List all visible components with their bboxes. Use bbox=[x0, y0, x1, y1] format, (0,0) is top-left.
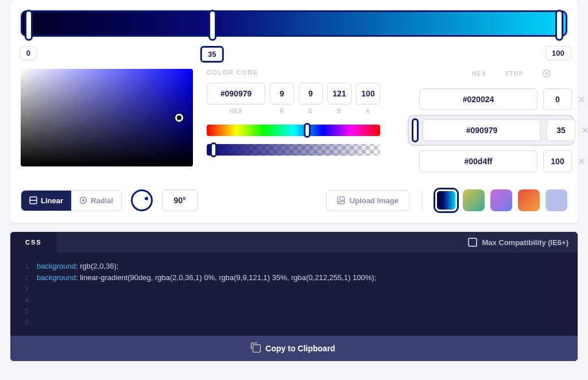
copy-to-clipboard-button[interactable]: Copy to Clipboard bbox=[10, 336, 578, 361]
g-input[interactable] bbox=[299, 83, 323, 104]
stops-stop-label: STOP bbox=[505, 71, 524, 77]
preset-2[interactable] bbox=[490, 189, 512, 211]
color-input-panel: COLOR CODE HEX R G B A bbox=[207, 69, 380, 177]
stop-row-1[interactable]: ✕ bbox=[408, 115, 574, 146]
linear-icon bbox=[29, 196, 37, 204]
hex-input[interactable] bbox=[207, 83, 265, 104]
code-line: 5 bbox=[10, 305, 578, 317]
stop-label-0[interactable]: 0 bbox=[20, 46, 37, 60]
a-input[interactable] bbox=[356, 83, 380, 104]
image-icon bbox=[337, 196, 345, 204]
stops-header: HEX STOP bbox=[408, 69, 574, 78]
stop-delete-2[interactable]: ✕ bbox=[578, 156, 585, 167]
gradient-track[interactable] bbox=[21, 10, 567, 37]
stop-pos-input-2[interactable] bbox=[543, 150, 572, 172]
svg-point-4 bbox=[82, 199, 84, 201]
sv-cursor[interactable] bbox=[175, 114, 183, 122]
hue-slider[interactable] bbox=[207, 125, 380, 136]
stop-delete-0[interactable]: ✕ bbox=[578, 94, 585, 105]
alpha-handle[interactable] bbox=[210, 142, 217, 157]
stop-label-1[interactable]: 35 bbox=[200, 46, 223, 63]
code-header: css Max Compatibility (IE6+) bbox=[10, 232, 578, 253]
stop-swatch-1[interactable] bbox=[413, 120, 417, 141]
preset-3[interactable] bbox=[518, 189, 540, 211]
plus-circle-icon bbox=[543, 69, 551, 77]
code-line: 1background: rgb(2,0,36); bbox=[10, 261, 578, 272]
max-compat-toggle[interactable]: Max Compatibility (IE6+) bbox=[468, 238, 578, 247]
r-sublabel: R bbox=[270, 108, 294, 114]
code-body[interactable]: 1background: rgb(2,0,36);2background: li… bbox=[10, 253, 578, 336]
code-line: 2background: linear-gradient(90deg, rgba… bbox=[10, 272, 578, 284]
stop-hex-input-1[interactable] bbox=[423, 119, 541, 141]
stop-label-2[interactable]: 100 bbox=[546, 46, 571, 60]
b-sublabel: B bbox=[327, 108, 351, 114]
radial-icon bbox=[79, 196, 87, 204]
stop-hex-input-0[interactable] bbox=[419, 88, 537, 110]
add-stop-button[interactable] bbox=[542, 69, 551, 78]
preset-1[interactable] bbox=[463, 189, 485, 211]
linear-button[interactable]: Linear bbox=[21, 191, 71, 211]
code-line: 4 bbox=[10, 294, 578, 306]
gradient-preview-bar bbox=[21, 10, 567, 37]
code-line: 3 bbox=[10, 283, 578, 294]
stops-hex-label: HEX bbox=[472, 71, 486, 77]
upload-image-button[interactable]: Upload Image bbox=[326, 190, 409, 211]
g-sublabel: G bbox=[299, 108, 323, 114]
stop-handle-1[interactable] bbox=[208, 10, 216, 41]
stop-row-0[interactable]: ✕ bbox=[408, 84, 574, 115]
stop-pos-input-0[interactable] bbox=[543, 88, 572, 110]
alpha-slider[interactable] bbox=[207, 144, 380, 156]
preset-0[interactable] bbox=[435, 189, 457, 211]
stop-handle-0[interactable] bbox=[25, 10, 33, 41]
stop-hex-input-2[interactable] bbox=[419, 150, 537, 172]
preset-list bbox=[435, 189, 567, 211]
stop-pos-input-1[interactable] bbox=[547, 119, 575, 141]
clipboard-icon bbox=[253, 344, 261, 352]
color-picker bbox=[21, 69, 193, 177]
angle-input[interactable] bbox=[162, 189, 198, 211]
stop-row-2[interactable]: ✕ bbox=[408, 146, 574, 177]
stops-panel: HEX STOP ✕ ✕ bbox=[408, 69, 574, 177]
svg-point-6 bbox=[339, 199, 341, 200]
stop-delete-1[interactable]: ✕ bbox=[581, 125, 588, 136]
stop-handle-2[interactable] bbox=[555, 10, 563, 41]
toolbar: Linear Radial Upload Image bbox=[21, 189, 567, 211]
a-sublabel: A bbox=[356, 108, 380, 114]
r-input[interactable] bbox=[270, 83, 294, 104]
editor-main-row: COLOR CODE HEX R G B A bbox=[21, 69, 567, 177]
gradient-type-segment: Linear Radial bbox=[21, 190, 122, 211]
checkbox-icon bbox=[468, 238, 477, 247]
stop-position-labels: 0 35 100 bbox=[21, 46, 567, 61]
preset-4[interactable] bbox=[546, 189, 567, 211]
hue-handle[interactable] bbox=[304, 123, 311, 138]
css-tab[interactable]: css bbox=[10, 232, 57, 253]
toolbar-divider bbox=[422, 189, 423, 211]
saturation-value-picker[interactable] bbox=[21, 69, 193, 166]
channel-labels: HEX R G B A bbox=[207, 108, 380, 114]
color-code-label: COLOR CODE bbox=[207, 69, 380, 76]
radial-button[interactable]: Radial bbox=[71, 191, 121, 211]
gradient-editor: 0 35 100 COLOR CODE HEX R G B A bbox=[10, 0, 578, 223]
hex-sublabel: HEX bbox=[207, 108, 265, 114]
angle-knob[interactable] bbox=[131, 189, 153, 211]
code-line: 6 bbox=[10, 317, 578, 328]
code-output-panel: css Max Compatibility (IE6+) 1background… bbox=[10, 232, 578, 361]
b-input[interactable] bbox=[327, 83, 351, 104]
